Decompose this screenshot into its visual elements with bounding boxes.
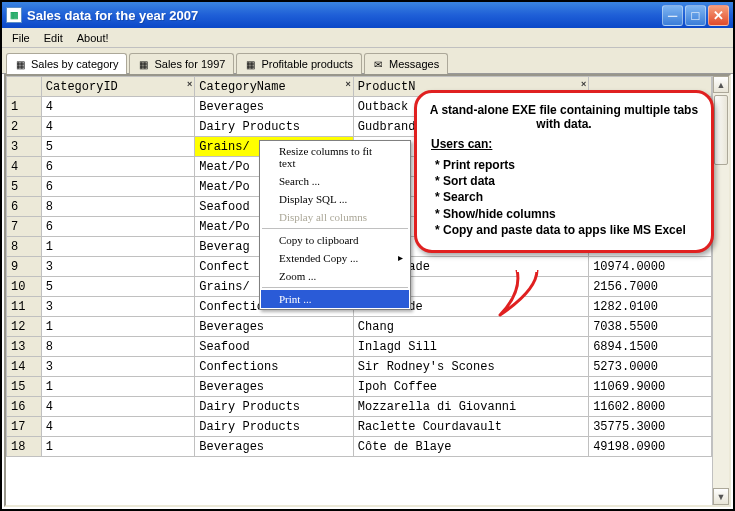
- scroll-up-button[interactable]: ▲: [713, 76, 729, 93]
- maximize-button[interactable]: □: [685, 5, 706, 26]
- menu-about[interactable]: About!: [71, 30, 115, 46]
- row-number[interactable]: 13: [7, 337, 42, 357]
- row-number[interactable]: 3: [7, 137, 42, 157]
- tab-sales-for-1997[interactable]: ▦ Sales for 1997: [129, 53, 234, 74]
- tab-sales-by-category[interactable]: ▦ Sales by category: [6, 53, 127, 74]
- cell-value[interactable]: 2156.7000: [589, 277, 712, 297]
- row-number[interactable]: 14: [7, 357, 42, 377]
- row-number[interactable]: 7: [7, 217, 42, 237]
- cell-category-id[interactable]: 4: [41, 117, 194, 137]
- scroll-track[interactable]: [713, 93, 729, 488]
- menu-file[interactable]: File: [6, 30, 36, 46]
- cell-category-id[interactable]: 6: [41, 157, 194, 177]
- menu-bar: File Edit About!: [2, 28, 733, 48]
- column-close-icon[interactable]: ×: [581, 79, 586, 89]
- row-header-column[interactable]: [7, 77, 42, 97]
- cell-category-id[interactable]: 3: [41, 257, 194, 277]
- row-number[interactable]: 12: [7, 317, 42, 337]
- tab-label: Sales for 1997: [154, 58, 225, 70]
- cell-category-id[interactable]: 1: [41, 437, 194, 457]
- minimize-button[interactable]: ─: [662, 5, 683, 26]
- cell-category-id[interactable]: 5: [41, 137, 194, 157]
- row-number[interactable]: 5: [7, 177, 42, 197]
- tab-messages[interactable]: ✉ Messages: [364, 53, 448, 74]
- row-number[interactable]: 18: [7, 437, 42, 457]
- cell-category-id[interactable]: 3: [41, 357, 194, 377]
- cell-category-name[interactable]: Beverages: [195, 97, 354, 117]
- cell-category-id[interactable]: 8: [41, 197, 194, 217]
- cell-category-name[interactable]: Beverages: [195, 317, 354, 337]
- vertical-scrollbar[interactable]: ▲ ▼: [712, 76, 729, 505]
- cell-value[interactable]: 10974.0000: [589, 257, 712, 277]
- table-row[interactable]: 151BeveragesIpoh Coffee11069.9000: [7, 377, 712, 397]
- row-number[interactable]: 17: [7, 417, 42, 437]
- cell-category-id[interactable]: 4: [41, 397, 194, 417]
- table-row[interactable]: 121BeveragesChang7038.5500: [7, 317, 712, 337]
- cell-value[interactable]: 7038.5500: [589, 317, 712, 337]
- table-row[interactable]: 181BeveragesCôte de Blaye49198.0900: [7, 437, 712, 457]
- cell-category-name[interactable]: Seafood: [195, 337, 354, 357]
- cell-category-name[interactable]: Dairy Products: [195, 397, 354, 417]
- cell-category-id[interactable]: 1: [41, 237, 194, 257]
- cell-category-id[interactable]: 6: [41, 217, 194, 237]
- ctx-copy-clipboard[interactable]: Copy to clipboard: [261, 231, 409, 249]
- ctx-resize-columns[interactable]: Resize columns to fit text: [261, 142, 409, 172]
- column-close-icon[interactable]: ×: [346, 79, 351, 89]
- ctx-search[interactable]: Search ...: [261, 172, 409, 190]
- cell-category-id[interactable]: 4: [41, 97, 194, 117]
- table-row[interactable]: 164Dairy ProductsMozzarella di Giovanni1…: [7, 397, 712, 417]
- cell-product-name[interactable]: Raclette Courdavault: [353, 417, 588, 437]
- row-number[interactable]: 15: [7, 377, 42, 397]
- row-number[interactable]: 9: [7, 257, 42, 277]
- row-number[interactable]: 6: [7, 197, 42, 217]
- cell-value[interactable]: 5273.0000: [589, 357, 712, 377]
- cell-category-id[interactable]: 6: [41, 177, 194, 197]
- column-category-id[interactable]: CategoryID ×: [41, 77, 194, 97]
- ctx-display-sql[interactable]: Display SQL ...: [261, 190, 409, 208]
- close-button[interactable]: ✕: [708, 5, 729, 26]
- cell-category-name[interactable]: Dairy Products: [195, 117, 354, 137]
- cell-category-name[interactable]: Confections: [195, 357, 354, 377]
- cell-value[interactable]: 11069.9000: [589, 377, 712, 397]
- cell-category-id[interactable]: 5: [41, 277, 194, 297]
- row-number[interactable]: 1: [7, 97, 42, 117]
- cell-category-id[interactable]: 1: [41, 377, 194, 397]
- cell-product-name[interactable]: Ipoh Coffee: [353, 377, 588, 397]
- cell-value[interactable]: 35775.3000: [589, 417, 712, 437]
- cell-category-name[interactable]: Dairy Products: [195, 417, 354, 437]
- message-icon: ✉: [371, 57, 385, 71]
- tab-profitable-products[interactable]: ▦ Profitable products: [236, 53, 362, 74]
- row-number[interactable]: 2: [7, 117, 42, 137]
- cell-product-name[interactable]: Inlagd Sill: [353, 337, 588, 357]
- ctx-zoom[interactable]: Zoom ...: [261, 267, 409, 285]
- table-row[interactable]: 143ConfectionsSir Rodney's Scones5273.00…: [7, 357, 712, 377]
- row-number[interactable]: 4: [7, 157, 42, 177]
- scroll-thumb[interactable]: [714, 95, 728, 165]
- cell-value[interactable]: 11602.8000: [589, 397, 712, 417]
- cell-value[interactable]: 1282.0100: [589, 297, 712, 317]
- cell-product-name[interactable]: Chang: [353, 317, 588, 337]
- row-number[interactable]: 10: [7, 277, 42, 297]
- cell-product-name[interactable]: Côte de Blaye: [353, 437, 588, 457]
- ctx-print[interactable]: Print ...: [261, 290, 409, 308]
- cell-category-name[interactable]: Beverages: [195, 377, 354, 397]
- cell-value[interactable]: 6894.1500: [589, 337, 712, 357]
- cell-category-id[interactable]: 1: [41, 317, 194, 337]
- cell-category-id[interactable]: 4: [41, 417, 194, 437]
- menu-edit[interactable]: Edit: [38, 30, 69, 46]
- cell-category-name[interactable]: Beverages: [195, 437, 354, 457]
- row-number[interactable]: 8: [7, 237, 42, 257]
- table-row[interactable]: 174Dairy ProductsRaclette Courdavault357…: [7, 417, 712, 437]
- ctx-extended-copy[interactable]: Extended Copy ...: [261, 249, 409, 267]
- cell-category-id[interactable]: 3: [41, 297, 194, 317]
- scroll-down-button[interactable]: ▼: [713, 488, 729, 505]
- cell-product-name[interactable]: Sir Rodney's Scones: [353, 357, 588, 377]
- row-number[interactable]: 11: [7, 297, 42, 317]
- cell-product-name[interactable]: Mozzarella di Giovanni: [353, 397, 588, 417]
- column-close-icon[interactable]: ×: [187, 79, 192, 89]
- cell-category-id[interactable]: 8: [41, 337, 194, 357]
- column-category-name[interactable]: CategoryName ×: [195, 77, 354, 97]
- cell-value[interactable]: 49198.0900: [589, 437, 712, 457]
- row-number[interactable]: 16: [7, 397, 42, 417]
- table-row[interactable]: 138SeafoodInlagd Sill6894.1500: [7, 337, 712, 357]
